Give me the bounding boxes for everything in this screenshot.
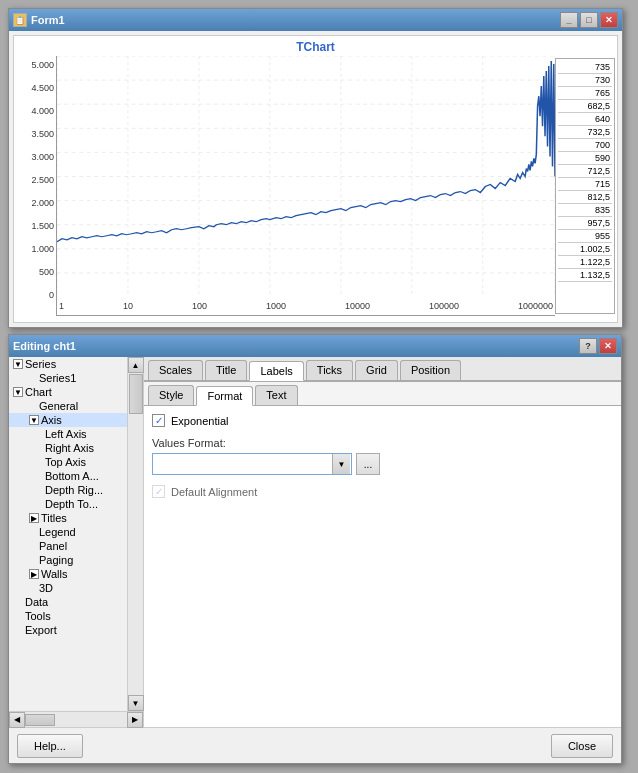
chart-svg [57,56,555,297]
default-alignment-label: Default Alignment [171,486,257,498]
legend-item: 640 [558,113,612,126]
editor-help-btn[interactable]: ? [579,338,597,354]
sidebar-item-chart[interactable]: ▼ Chart [9,385,127,399]
sidebar-tree: ▼ Series Series1 ▼ Chart General [9,357,127,711]
x-label: 1 [59,301,64,311]
sidebar-item-series1[interactable]: Series1 [9,371,127,385]
help-button[interactable]: Help... [17,734,83,758]
legend-item: 712,5 [558,165,612,178]
y-label: 1.000 [14,244,54,254]
legend-item: 1.002,5 [558,243,612,256]
sidebar-item-label: Axis [41,414,62,426]
sidebar-item-legend[interactable]: Legend [9,525,127,539]
sidebar-item-label: Chart [25,386,52,398]
sidebar-item-label: 3D [39,582,53,594]
y-label: 3.500 [14,129,54,139]
y-axis-labels: 5.000 4.500 4.000 3.500 3.000 2.500 2.00… [14,56,56,316]
tab-format[interactable]: Format [196,386,253,406]
sidebar-item-top-axis[interactable]: Top Axis [9,455,127,469]
horiz-scroll-track[interactable] [25,712,127,727]
titlebar-left: 📋 Form1 [13,13,65,27]
editor-close-btn[interactable]: ✕ [599,338,617,354]
tree-toggle-chart[interactable]: ▼ [13,387,23,397]
tree-toggle-axis[interactable]: ▼ [29,415,39,425]
main-panel: Scales Title Labels Ticks Grid Position … [144,357,621,727]
tab-scales[interactable]: Scales [148,360,203,380]
x-axis-labels: 1 10 100 1000 10000 100000 1000000 [57,297,555,315]
tab-text[interactable]: Text [255,385,297,405]
legend-item: 715 [558,178,612,191]
sidebar-item-general[interactable]: General [9,399,127,413]
horiz-scroll-right-btn[interactable]: ▶ [127,712,143,728]
form1-minimize-btn[interactable]: _ [560,12,578,28]
sidebar-item-bottom-axis[interactable]: Bottom A... [9,469,127,483]
sidebar-item-titles[interactable]: ▶ Titles [9,511,127,525]
close-button[interactable]: Close [551,734,613,758]
tab-content: ✓ Exponential Values Format: ▼ ... [144,406,621,727]
sidebar-item-depth-right[interactable]: Depth Rig... [9,483,127,497]
tab-title[interactable]: Title [205,360,247,380]
sub-tab-bar: Style Format Text [144,381,621,406]
sidebar-item-left-axis[interactable]: Left Axis [9,427,127,441]
sidebar-item-data[interactable]: Data [9,595,127,609]
sidebar-item-3d[interactable]: 3D [9,581,127,595]
tree-toggle-series[interactable]: ▼ [13,359,23,369]
sidebar-item-panel[interactable]: Panel [9,539,127,553]
sidebar-item-paging[interactable]: Paging [9,553,127,567]
ellipsis-button[interactable]: ... [356,453,380,475]
tab-labels[interactable]: Labels [249,361,303,381]
sidebar-item-walls[interactable]: ▶ Walls [9,567,127,581]
legend-item: 957,5 [558,217,612,230]
sidebar-item-label: Series1 [39,372,76,384]
tree-toggle-titles[interactable]: ▶ [29,513,39,523]
dropdown-wrapper: ▼ [152,453,352,475]
scroll-up-btn[interactable]: ▲ [128,357,144,373]
form1-titlebar-buttons: _ □ ✕ [560,12,618,28]
x-label: 1000000 [518,301,553,311]
tab-position[interactable]: Position [400,360,461,380]
sidebar-item-right-axis[interactable]: Right Axis [9,441,127,455]
y-label: 1.500 [14,221,54,231]
values-format-input[interactable] [152,453,352,475]
x-label: 10000 [345,301,370,311]
sidebar-item-label: Walls [41,568,67,580]
sidebar-item-label: Bottom A... [45,470,99,482]
scroll-track[interactable] [128,373,143,695]
sidebar-item-tools[interactable]: Tools [9,609,127,623]
sidebar-item-depth-top[interactable]: Depth To... [9,497,127,511]
sidebar-container: ▼ Series Series1 ▼ Chart General [9,357,144,727]
legend-item: 732,5 [558,126,612,139]
form1-titlebar: 📋 Form1 _ □ ✕ [9,9,622,31]
scroll-down-btn[interactable]: ▼ [128,695,144,711]
sidebar-item-label: General [39,400,78,412]
y-label: 2.500 [14,175,54,185]
plot-area: 1 10 100 1000 10000 100000 1000000 [56,56,555,316]
sidebar-item-label: Series [25,358,56,370]
tab-grid[interactable]: Grid [355,360,398,380]
form1-window: 📋 Form1 _ □ ✕ TChart 5.000 4.500 4.000 3… [8,8,623,328]
sidebar-item-label: Panel [39,540,67,552]
x-label: 10 [123,301,133,311]
y-label: 5.000 [14,60,54,70]
exponential-checkbox[interactable]: ✓ [152,414,165,427]
sidebar-item-axis[interactable]: ▼ Axis [9,413,127,427]
horiz-scroll-left-btn[interactable]: ◀ [9,712,25,728]
sidebar-item-label: Depth To... [45,498,98,510]
sidebar-item-label: Top Axis [45,456,86,468]
tree-toggle-walls[interactable]: ▶ [29,569,39,579]
dropdown-arrow-btn[interactable]: ▼ [332,454,350,474]
sidebar-item-series[interactable]: ▼ Series [9,357,127,371]
legend-item: 812,5 [558,191,612,204]
editor-window: Editing cht1 ? ✕ ▼ Series Series1 [8,334,622,764]
y-label: 3.000 [14,152,54,162]
legend-item: 955 [558,230,612,243]
legend-item: 765 [558,87,612,100]
form1-icon: 📋 [13,13,27,27]
tab-ticks[interactable]: Ticks [306,360,353,380]
sidebar-scrollbar: ▲ ▼ [127,357,143,711]
form1-maximize-btn[interactable]: □ [580,12,598,28]
sidebar-item-export[interactable]: Export [9,623,127,637]
form1-close-btn[interactable]: ✕ [600,12,618,28]
sidebar-item-label: Paging [39,554,73,566]
tab-style[interactable]: Style [148,385,194,405]
